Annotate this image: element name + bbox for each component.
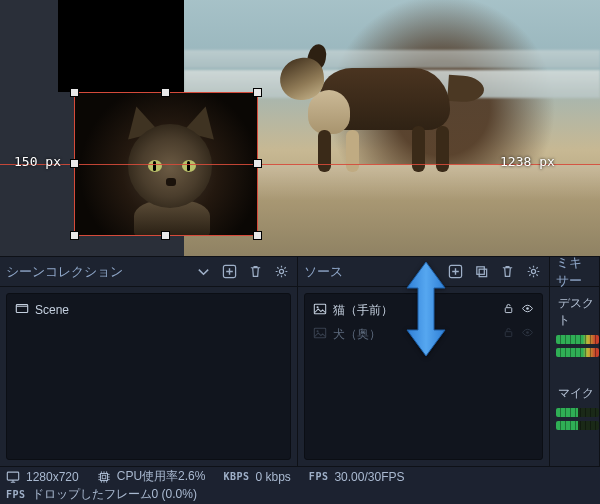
status-resolution: 1280x720	[6, 470, 79, 484]
dimension-label-left: 150 px	[14, 154, 61, 169]
duplicate-source-button[interactable]	[471, 262, 491, 282]
svg-rect-4	[476, 267, 484, 275]
remove-scene-button[interactable]	[245, 262, 265, 282]
svg-rect-7	[314, 304, 325, 314]
dimension-label-right: 1238 px	[500, 154, 555, 169]
sources-list[interactable]: 猫（手前） 犬（奥）	[304, 293, 543, 460]
scene-item-label: Scene	[35, 303, 69, 317]
visibility-icon[interactable]	[521, 302, 534, 318]
gear-icon	[526, 264, 541, 279]
plus-box-icon	[448, 264, 463, 279]
mixer-track-mic-meter[interactable]	[556, 408, 599, 417]
scenes-panel: シーンコレクション Scene	[0, 256, 298, 466]
mixer-track-desktop-meter2[interactable]	[556, 348, 599, 357]
status-bitrate: KBPS 0 kbps	[223, 470, 290, 484]
sources-panel-header: ソース	[298, 257, 549, 287]
image-icon	[313, 302, 327, 319]
scenes-menu-button[interactable]	[193, 262, 213, 282]
source-item-dog[interactable]: 犬（奥）	[305, 322, 542, 346]
lock-icon[interactable]	[502, 326, 515, 342]
svg-point-8	[317, 306, 319, 308]
add-source-button[interactable]	[445, 262, 465, 282]
sources-panel: ソース 猫（手前）	[298, 256, 550, 466]
remove-source-button[interactable]	[497, 262, 517, 282]
status-bar: 1280x720 CPU使用率2.6% KBPS 0 kbps FPS 30.0…	[0, 466, 600, 504]
scene-icon	[15, 302, 29, 319]
scene-item[interactable]: Scene	[7, 298, 290, 322]
status-fps: FPS 30.00/30FPS	[309, 470, 405, 484]
mixer-panel-header: ミキサー	[550, 257, 599, 287]
svg-point-10	[526, 307, 529, 310]
svg-rect-17	[102, 475, 106, 479]
scene-black-area	[58, 0, 184, 92]
cpu-icon	[97, 470, 111, 484]
svg-point-6	[531, 269, 535, 273]
image-icon	[313, 326, 327, 343]
preview-area[interactable]: 150 px 1238 px	[0, 0, 600, 256]
scenes-list[interactable]: Scene	[6, 293, 291, 460]
status-cpu: CPU使用率2.6%	[97, 468, 206, 485]
mixer-track-mic-meter2[interactable]	[556, 421, 599, 430]
svg-rect-16	[100, 473, 107, 480]
mixer-body: デスクト マイク	[556, 293, 599, 434]
scene-settings-button[interactable]	[271, 262, 291, 282]
source-settings-button[interactable]	[523, 262, 543, 282]
mixer-panel: ミキサー デスクト マイク	[550, 256, 600, 466]
mixer-track-desktop-meter[interactable]	[556, 335, 599, 344]
status-dropped-frames: FPS ドロップしたフレーム0 (0.0%)	[6, 486, 197, 503]
plus-box-icon	[222, 264, 237, 279]
gear-icon	[274, 264, 289, 279]
svg-rect-2	[16, 304, 27, 312]
trash-icon	[248, 264, 263, 279]
svg-point-1	[279, 269, 283, 273]
sources-panel-title: ソース	[304, 263, 343, 281]
add-scene-button[interactable]	[219, 262, 239, 282]
chevron-down-icon	[196, 264, 211, 279]
bottom-dock: シーンコレクション Scene	[0, 256, 600, 466]
svg-point-12	[317, 330, 319, 332]
source-item-label: 猫（手前）	[333, 302, 393, 319]
copy-icon	[474, 264, 489, 279]
scenes-panel-title: シーンコレクション	[6, 263, 123, 281]
svg-point-14	[526, 331, 529, 334]
svg-rect-9	[505, 308, 512, 313]
lock-icon[interactable]	[502, 302, 515, 318]
monitor-icon	[6, 470, 20, 484]
visibility-icon[interactable]	[521, 326, 534, 342]
svg-rect-15	[7, 472, 18, 480]
source-item-label: 犬（奥）	[333, 326, 381, 343]
mixer-track-desktop-label: デスクト	[556, 293, 599, 333]
svg-rect-5	[479, 269, 487, 277]
svg-rect-11	[314, 328, 325, 338]
svg-rect-13	[505, 332, 512, 337]
source-item-cat[interactable]: 猫（手前）	[305, 298, 542, 322]
mixer-track-mic-label: マイク	[556, 383, 599, 406]
scenes-panel-header: シーンコレクション	[0, 257, 297, 287]
trash-icon	[500, 264, 515, 279]
mixer-panel-title: ミキサー	[556, 254, 593, 290]
